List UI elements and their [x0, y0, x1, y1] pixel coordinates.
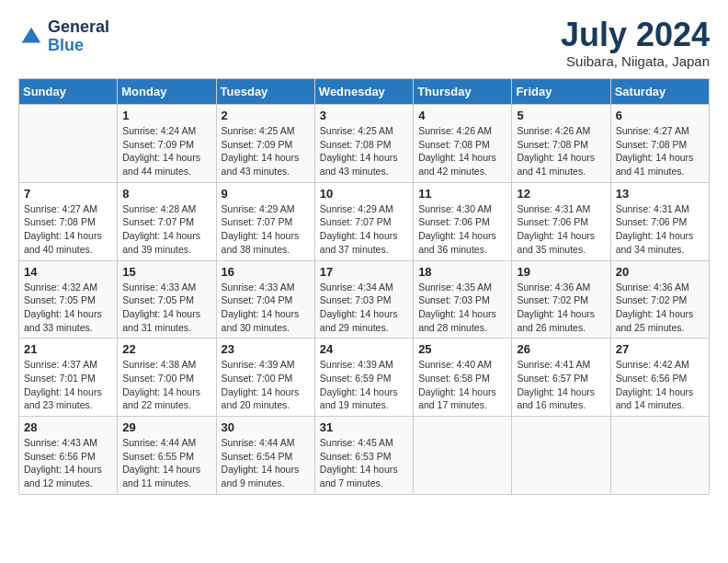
calendar-week-row: 1Sunrise: 4:24 AM Sunset: 7:09 PM Daylig…	[19, 105, 710, 183]
day-info: Sunrise: 4:33 AM Sunset: 7:04 PM Dayligh…	[222, 281, 310, 335]
logo-general: General	[48, 17, 109, 36]
calendar-day-cell: 28Sunrise: 4:43 AM Sunset: 6:56 PM Dayli…	[19, 417, 118, 495]
day-number: 28	[24, 420, 112, 434]
calendar-day-cell: 1Sunrise: 4:24 AM Sunset: 7:09 PM Daylig…	[118, 105, 216, 183]
day-number: 27	[616, 342, 704, 356]
day-number: 19	[517, 265, 605, 279]
logo-blue: Blue	[48, 36, 84, 54]
day-info: Sunrise: 4:36 AM Sunset: 7:02 PM Dayligh…	[517, 281, 605, 335]
page-header: General Blue July 2024 Suibara, Niigata,…	[18, 18, 710, 69]
calendar-day-cell: 16Sunrise: 4:33 AM Sunset: 7:04 PM Dayli…	[216, 260, 314, 339]
day-info: Sunrise: 4:24 AM Sunset: 7:09 PM Dayligh…	[122, 124, 210, 178]
day-info: Sunrise: 4:31 AM Sunset: 7:06 PM Dayligh…	[517, 202, 605, 257]
calendar-day-cell: 24Sunrise: 4:39 AM Sunset: 6:59 PM Dayli…	[314, 339, 413, 417]
day-info: Sunrise: 4:40 AM Sunset: 6:58 PM Dayligh…	[418, 358, 506, 412]
logo: General Blue	[18, 18, 109, 55]
calendar-day-cell	[19, 105, 118, 183]
day-of-week-header: Tuesday	[216, 79, 314, 105]
calendar-day-cell: 25Sunrise: 4:40 AM Sunset: 6:58 PM Dayli…	[414, 339, 512, 417]
day-number: 4	[418, 109, 506, 122]
calendar-day-cell: 15Sunrise: 4:33 AM Sunset: 7:05 PM Dayli…	[118, 260, 216, 339]
calendar-day-cell: 17Sunrise: 4:34 AM Sunset: 7:03 PM Dayli…	[314, 260, 413, 339]
day-number: 3	[320, 109, 408, 122]
day-info: Sunrise: 4:41 AM Sunset: 6:57 PM Dayligh…	[517, 358, 605, 412]
day-info: Sunrise: 4:35 AM Sunset: 7:03 PM Dayligh…	[418, 281, 506, 335]
day-number: 6	[616, 109, 704, 122]
day-number: 10	[320, 187, 408, 201]
day-of-week-header: Sunday	[19, 79, 118, 105]
day-of-week-header: Wednesday	[314, 79, 413, 105]
title-section: July 2024 Suibara, Niigata, Japan	[561, 18, 710, 69]
day-number: 21	[24, 342, 112, 356]
calendar-day-cell: 2Sunrise: 4:25 AM Sunset: 7:09 PM Daylig…	[216, 105, 314, 183]
calendar-day-cell: 3Sunrise: 4:25 AM Sunset: 7:08 PM Daylig…	[314, 105, 413, 183]
calendar-day-cell: 9Sunrise: 4:29 AM Sunset: 7:07 PM Daylig…	[216, 182, 314, 260]
day-number: 24	[320, 342, 408, 356]
day-info: Sunrise: 4:38 AM Sunset: 7:00 PM Dayligh…	[122, 358, 210, 412]
day-info: Sunrise: 4:27 AM Sunset: 7:08 PM Dayligh…	[616, 124, 704, 178]
day-number: 1	[122, 109, 210, 122]
logo-text: General Blue	[48, 18, 109, 55]
calendar-day-cell: 19Sunrise: 4:36 AM Sunset: 7:02 PM Dayli…	[512, 260, 610, 339]
calendar-day-cell: 31Sunrise: 4:45 AM Sunset: 6:53 PM Dayli…	[314, 417, 413, 495]
calendar-day-cell: 10Sunrise: 4:29 AM Sunset: 7:07 PM Dayli…	[314, 182, 413, 260]
calendar-day-cell: 12Sunrise: 4:31 AM Sunset: 7:06 PM Dayli…	[512, 182, 610, 260]
day-info: Sunrise: 4:37 AM Sunset: 7:01 PM Dayligh…	[24, 358, 112, 412]
day-number: 12	[517, 187, 605, 201]
day-info: Sunrise: 4:25 AM Sunset: 7:08 PM Dayligh…	[320, 124, 408, 178]
svg-marker-0	[22, 28, 41, 43]
calendar-header-row: SundayMondayTuesdayWednesdayThursdayFrid…	[19, 79, 710, 105]
calendar-day-cell: 22Sunrise: 4:38 AM Sunset: 7:00 PM Dayli…	[118, 339, 216, 417]
calendar-day-cell	[414, 417, 512, 495]
location: Suibara, Niigata, Japan	[561, 53, 710, 69]
day-of-week-header: Monday	[118, 79, 216, 105]
day-info: Sunrise: 4:34 AM Sunset: 7:03 PM Dayligh…	[320, 281, 408, 335]
day-info: Sunrise: 4:29 AM Sunset: 7:07 PM Dayligh…	[320, 202, 408, 257]
day-number: 15	[122, 265, 210, 279]
calendar-day-cell: 13Sunrise: 4:31 AM Sunset: 7:06 PM Dayli…	[610, 182, 709, 260]
day-number: 11	[418, 187, 506, 201]
day-info: Sunrise: 4:25 AM Sunset: 7:09 PM Dayligh…	[222, 124, 310, 178]
day-of-week-header: Saturday	[610, 79, 709, 105]
day-number: 31	[320, 420, 408, 434]
calendar-week-row: 21Sunrise: 4:37 AM Sunset: 7:01 PM Dayli…	[19, 339, 710, 417]
calendar-day-cell: 11Sunrise: 4:30 AM Sunset: 7:06 PM Dayli…	[414, 182, 512, 260]
day-of-week-header: Friday	[512, 79, 610, 105]
logo-icon	[18, 24, 44, 50]
calendar-day-cell	[610, 417, 709, 495]
calendar-day-cell: 26Sunrise: 4:41 AM Sunset: 6:57 PM Dayli…	[512, 339, 610, 417]
day-number: 18	[418, 265, 506, 279]
day-info: Sunrise: 4:39 AM Sunset: 6:59 PM Dayligh…	[320, 358, 408, 412]
day-info: Sunrise: 4:27 AM Sunset: 7:08 PM Dayligh…	[24, 202, 112, 257]
calendar-body: 1Sunrise: 4:24 AM Sunset: 7:09 PM Daylig…	[19, 105, 710, 495]
calendar-week-row: 14Sunrise: 4:32 AM Sunset: 7:05 PM Dayli…	[19, 260, 710, 339]
day-info: Sunrise: 4:42 AM Sunset: 6:56 PM Dayligh…	[616, 358, 704, 412]
calendar-day-cell: 29Sunrise: 4:44 AM Sunset: 6:55 PM Dayli…	[118, 417, 216, 495]
day-of-week-header: Thursday	[414, 79, 512, 105]
day-number: 30	[222, 420, 310, 434]
day-number: 8	[122, 187, 210, 201]
day-info: Sunrise: 4:39 AM Sunset: 7:00 PM Dayligh…	[222, 358, 310, 412]
day-info: Sunrise: 4:29 AM Sunset: 7:07 PM Dayligh…	[222, 202, 310, 257]
day-info: Sunrise: 4:33 AM Sunset: 7:05 PM Dayligh…	[122, 281, 210, 335]
day-number: 22	[122, 342, 210, 356]
day-info: Sunrise: 4:44 AM Sunset: 6:54 PM Dayligh…	[222, 436, 310, 490]
calendar-day-cell: 6Sunrise: 4:27 AM Sunset: 7:08 PM Daylig…	[610, 105, 709, 183]
day-number: 5	[517, 109, 605, 122]
day-info: Sunrise: 4:36 AM Sunset: 7:02 PM Dayligh…	[616, 281, 704, 335]
calendar-day-cell: 7Sunrise: 4:27 AM Sunset: 7:08 PM Daylig…	[19, 182, 118, 260]
calendar-day-cell: 5Sunrise: 4:26 AM Sunset: 7:08 PM Daylig…	[512, 105, 610, 183]
day-number: 23	[222, 342, 310, 356]
calendar-day-cell: 30Sunrise: 4:44 AM Sunset: 6:54 PM Dayli…	[216, 417, 314, 495]
calendar-day-cell: 4Sunrise: 4:26 AM Sunset: 7:08 PM Daylig…	[414, 105, 512, 183]
day-number: 29	[122, 420, 210, 434]
day-info: Sunrise: 4:44 AM Sunset: 6:55 PM Dayligh…	[122, 436, 210, 490]
day-number: 7	[24, 187, 112, 201]
day-info: Sunrise: 4:30 AM Sunset: 7:06 PM Dayligh…	[418, 202, 506, 257]
calendar-day-cell: 23Sunrise: 4:39 AM Sunset: 7:00 PM Dayli…	[216, 339, 314, 417]
calendar-table: SundayMondayTuesdayWednesdayThursdayFrid…	[18, 78, 710, 495]
calendar-day-cell: 18Sunrise: 4:35 AM Sunset: 7:03 PM Dayli…	[414, 260, 512, 339]
day-number: 20	[616, 265, 704, 279]
day-number: 17	[320, 265, 408, 279]
calendar-day-cell: 27Sunrise: 4:42 AM Sunset: 6:56 PM Dayli…	[610, 339, 709, 417]
